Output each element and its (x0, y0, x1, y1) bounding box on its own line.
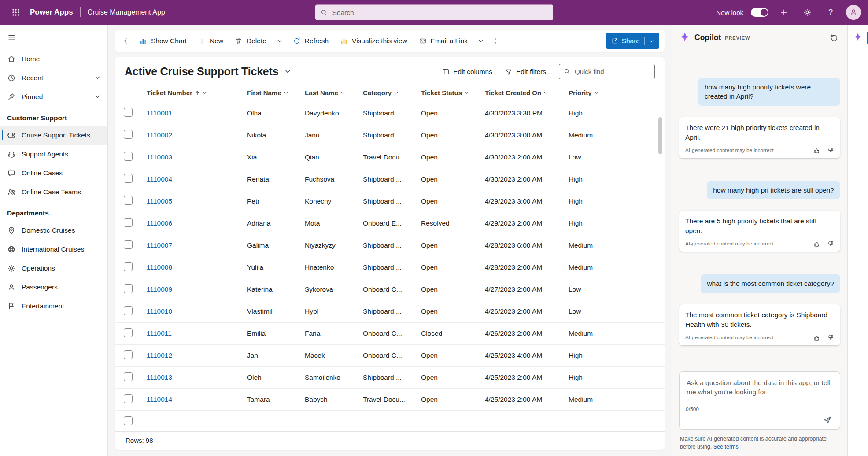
table-row[interactable]: 1110011 Emilia Faria Onboard C... Closed… (115, 323, 665, 345)
quick-find-input[interactable] (574, 67, 650, 76)
vertical-scrollbar-thumb[interactable] (658, 117, 662, 154)
edit-columns-button[interactable]: Edit columns (437, 65, 497, 78)
table-row[interactable]: 1110007 Galima Niyazkyzy Shipboard ... O… (115, 234, 665, 256)
command-overflow-chevron-button[interactable] (473, 33, 488, 49)
global-search[interactable] (315, 5, 553, 20)
ticket-number-link[interactable]: 1110006 (147, 219, 172, 227)
visualize-view-button[interactable]: Visualize this view (334, 33, 413, 49)
ticket-number-link[interactable]: 1110007 (147, 241, 172, 249)
ticket-number-link[interactable]: 1110002 (147, 131, 172, 139)
ticket-number-link[interactable]: 1110009 (147, 285, 172, 293)
sidebar-item-cruise-support-tickets[interactable]: Cruise Support Tickets (0, 126, 107, 145)
column-header-last-name[interactable]: Last Name (305, 89, 363, 96)
sidebar-item-entertainment[interactable]: Entertainment (0, 297, 107, 315)
see-terms-link[interactable]: See terms (713, 444, 739, 450)
sidebar-item-online-case-teams[interactable]: Online Case Teams (0, 182, 107, 201)
send-button[interactable] (820, 415, 835, 425)
table-row[interactable]: 1110001 Olha Davydenko Shipboard ... Ope… (115, 102, 665, 124)
brand-name[interactable]: Power Apps (30, 8, 73, 17)
new-look-toggle[interactable] (751, 8, 768, 17)
view-selector-button[interactable] (283, 67, 293, 77)
thumbs-up-button[interactable] (813, 334, 821, 341)
row-checkbox[interactable] (124, 108, 133, 117)
table-row[interactable]: 1110013 Oleh Samoilenko Shipboard ... Op… (115, 367, 665, 389)
quick-find[interactable] (559, 64, 655, 79)
row-checkbox[interactable] (124, 328, 133, 337)
thumbs-down-button[interactable] (827, 240, 834, 248)
row-checkbox[interactable] (124, 218, 133, 227)
row-checkbox[interactable] (124, 262, 133, 271)
table-row[interactable]: 1110012 Jan Macek Onboard C... Open 4/25… (115, 345, 665, 367)
row-checkbox[interactable] (124, 152, 133, 161)
sidebar-item-pinned[interactable]: Pinned (0, 87, 107, 106)
column-header-first-name[interactable]: First Name (247, 89, 305, 96)
table-row[interactable]: 1110014 Tamara Babych Travel Docu... Ope… (115, 389, 665, 411)
copilot-input[interactable] (686, 377, 834, 404)
column-header-category[interactable]: Category (363, 89, 421, 96)
add-button[interactable] (776, 4, 792, 20)
ticket-number-link[interactable]: 1110001 (147, 109, 172, 117)
new-button[interactable]: New (192, 33, 229, 49)
column-header-ticket-created-on[interactable]: Ticket Created On (485, 89, 569, 96)
ticket-number-link[interactable]: 1110013 (147, 374, 172, 381)
table-row[interactable]: 1110002 Nikola Janu Shipboard ... Open 4… (115, 124, 665, 146)
thumbs-up-button[interactable] (813, 240, 821, 248)
back-button[interactable] (118, 33, 133, 49)
table-row[interactable]: 1110005 Petr Konecny Shipboard ... Open … (115, 190, 665, 212)
sidebar-item-home[interactable]: Home (0, 49, 107, 68)
sidebar-item-domestic-cruises[interactable]: Domestic Cruises (0, 221, 107, 240)
column-header-ticket-status[interactable]: Ticket Status (421, 89, 485, 96)
share-button[interactable]: Share (606, 33, 659, 49)
chevron-down-icon[interactable] (649, 39, 654, 44)
row-checkbox[interactable] (124, 416, 133, 425)
table-row[interactable]: 1110004 Renata Fuchsova Shipboard ... Op… (115, 168, 665, 190)
row-checkbox[interactable] (124, 130, 133, 139)
sidebar-item-operations[interactable]: Operations (0, 259, 107, 278)
help-button[interactable]: ? (823, 4, 838, 20)
thumbs-down-button[interactable] (827, 334, 834, 341)
sidebar-item-international-cruises[interactable]: International Cruises (0, 240, 107, 259)
table-row[interactable]: 1110010 Vlastimil Hybl Shipboard ... Ope… (115, 300, 665, 323)
ticket-number-link[interactable]: 1110003 (147, 153, 172, 161)
email-link-button[interactable]: Email a Link (413, 33, 473, 49)
table-row[interactable] (115, 411, 665, 431)
row-checkbox[interactable] (124, 372, 133, 381)
ticket-number-link[interactable]: 1110005 (147, 197, 172, 205)
row-checkbox[interactable] (124, 394, 133, 403)
show-chart-button[interactable]: Show Chart (133, 33, 192, 49)
table-row[interactable]: 1110009 Katerina Sykorova Onboard C... O… (115, 278, 665, 300)
ticket-number-link[interactable]: 1110014 (147, 396, 172, 403)
ticket-number-link[interactable]: 1110012 (147, 352, 172, 359)
row-checkbox[interactable] (124, 174, 133, 183)
edit-filters-button[interactable]: Edit filters (500, 65, 551, 78)
more-commands-button[interactable] (488, 33, 503, 49)
column-header-ticket-number[interactable]: Ticket Number (147, 89, 247, 96)
chevron-down-icon[interactable] (95, 75, 100, 81)
sidebar-item-passengers[interactable]: Passengers (0, 278, 107, 297)
delete-button[interactable]: Delete (229, 33, 272, 49)
table-row[interactable]: 1110003 Xia Qian Travel Docu... Open 4/3… (115, 146, 665, 168)
row-checkbox[interactable] (124, 284, 133, 293)
row-checkbox[interactable] (124, 350, 133, 359)
sidebar-item-recent[interactable]: Recent (0, 68, 107, 87)
copilot-restart-button[interactable] (828, 31, 840, 44)
global-search-input[interactable] (332, 8, 548, 17)
column-header-priority[interactable]: Priority (569, 89, 665, 96)
row-checkbox[interactable] (124, 306, 133, 315)
refresh-button[interactable]: Refresh (287, 33, 334, 49)
thumbs-down-button[interactable] (827, 147, 834, 154)
row-checkbox[interactable] (124, 240, 133, 249)
ticket-number-link[interactable]: 1110004 (147, 175, 172, 183)
ticket-number-link[interactable]: 1110011 (147, 330, 172, 337)
delete-more-button[interactable] (272, 33, 287, 49)
app-launcher-button[interactable] (7, 4, 25, 21)
ticket-number-link[interactable]: 1110010 (147, 308, 172, 315)
copilot-input-box[interactable]: 0/500 (679, 371, 840, 430)
sidebar-item-online-cases[interactable]: Online Cases (0, 163, 107, 182)
sidebar-item-support-agents[interactable]: Support Agents (0, 145, 107, 163)
chevron-down-icon[interactable] (95, 94, 100, 100)
row-checkbox[interactable] (124, 196, 133, 205)
table-row[interactable]: 1110006 Adriana Mota Onboard E... Resolv… (115, 212, 665, 234)
table-row[interactable]: 1110008 Yuliia Hnatenko Shipboard ... Op… (115, 256, 665, 278)
sidebar-collapse-button[interactable] (3, 29, 20, 45)
